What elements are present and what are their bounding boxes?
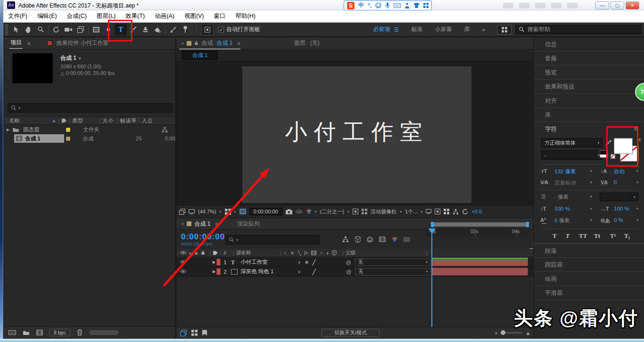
effects-switch[interactable]: ✳ [305, 259, 309, 266]
stroke-width-value[interactable]: - 像素 [554, 194, 569, 201]
kerning-value[interactable]: 度量标准 [554, 179, 576, 187]
new-composition-icon[interactable] [36, 330, 43, 335]
workspace-menu-icon[interactable]: ☰ [394, 26, 399, 33]
roto-brush-tool[interactable] [167, 24, 179, 35]
clone-stamp-tool[interactable] [139, 24, 151, 35]
layer-label-swatch[interactable] [216, 268, 221, 275]
panel-paint[interactable]: 绘画 [534, 272, 644, 286]
layer-name[interactable]: 深灰色 纯色 1 [240, 268, 297, 275]
channel-rgb-icon[interactable] [306, 209, 312, 214]
dropdown-arrow-icon[interactable]: ▼ [589, 169, 593, 173]
quality-best-switch[interactable]: ╱ [312, 259, 315, 266]
col-framerate[interactable]: 帧速率 [120, 117, 137, 124]
col-type[interactable]: 类型 [72, 117, 83, 124]
project-search-field[interactable]: ▾ [8, 103, 173, 113]
quality-switch[interactable]: ♀ [297, 269, 301, 275]
always-preview-icon[interactable] [179, 209, 185, 215]
title-bar[interactable]: Ae Adobe After Effects CC 2017 - 无标题项目.a… [3, 0, 644, 10]
quality-slash-icon[interactable]: ╲ [298, 250, 301, 256]
layer-name[interactable]: 小付工作室 [240, 259, 297, 266]
lock-icon[interactable] [194, 41, 198, 46]
breadcrumb-comp-button[interactable]: 合成 1 [182, 51, 218, 60]
solo-column-icon[interactable]: ● [195, 250, 198, 256]
frame-blending-icon[interactable] [379, 236, 386, 242]
panel-smoother[interactable]: 平滑器 [534, 286, 644, 300]
transparency-grid-icon[interactable] [362, 209, 367, 214]
expand-layer-switches-icon[interactable] [180, 330, 187, 336]
label-column-icon[interactable] [213, 251, 218, 255]
close-button[interactable]: ✕ [626, 1, 639, 9]
exposure-value[interactable]: +0.0 [471, 209, 482, 214]
toggle-switches-modes-button[interactable]: 切换开关/模式 [322, 329, 380, 337]
trash-icon[interactable] [77, 329, 83, 336]
subscript-button[interactable]: T₁ [624, 232, 630, 240]
tab-comp-1[interactable]: 合成 1 [216, 39, 232, 47]
composition-frame[interactable]: 小付工作室 [242, 66, 471, 203]
label-color-swatch[interactable] [66, 127, 71, 132]
dropdown-arrow-icon[interactable]: ▼ [636, 169, 639, 173]
rotate-tool[interactable] [50, 24, 62, 35]
tsume-value[interactable]: 0 % [614, 217, 623, 223]
menu-effect[interactable]: 效果(T) [125, 12, 145, 20]
layer-row-2[interactable]: ▶ 2 深灰色 纯色 1 ♀ ╱ @ 无▾ [176, 267, 536, 277]
quality-switch-icon[interactable]: ♀ [283, 250, 287, 256]
flowchart-icon[interactable] [162, 127, 168, 133]
ime-mode-button[interactable]: 中 [358, 1, 364, 9]
project-panel-menu-icon[interactable]: ≡ [27, 41, 30, 46]
all-caps-button[interactable]: TT [579, 232, 587, 240]
zoom-tool[interactable] [34, 24, 47, 35]
exposure-reset-icon[interactable] [462, 209, 468, 215]
pixel-aspect-icon[interactable] [435, 209, 440, 214]
layer-duration-bar[interactable] [432, 258, 528, 266]
panel-tracker[interactable]: 跟踪器 [534, 258, 644, 272]
panel-audio[interactable]: 音频 [534, 51, 644, 65]
zoom-slider-knob[interactable] [501, 330, 505, 335]
share-view-icon[interactable] [426, 209, 431, 214]
menu-composition[interactable]: 合成(C) [67, 12, 87, 20]
frame-blend-switch-icon[interactable] [311, 251, 316, 255]
work-area-start-handle[interactable] [431, 222, 434, 227]
ime-logo-icon[interactable]: S [347, 2, 355, 9]
faux-bold-button[interactable]: T [553, 232, 557, 240]
puppet-pin-tool[interactable] [179, 24, 191, 35]
quality-switch[interactable]: ♀ [297, 260, 301, 265]
expand-arrow-icon[interactable]: ▶ [7, 128, 9, 132]
panel-preview[interactable]: 预览 [534, 65, 644, 80]
snapshot-icon[interactable] [286, 209, 292, 214]
baseline-shift-value[interactable]: 0 像素 [554, 217, 570, 224]
menu-animation[interactable]: 动画(A) [155, 12, 174, 20]
checkbox-checked-icon[interactable]: ✓ [218, 27, 224, 33]
ime-skin-icon[interactable] [413, 3, 420, 8]
ime-toolbar[interactable]: S 中 °, [344, 0, 432, 10]
item-name[interactable]: 固态层 [23, 126, 59, 133]
workspace-tab-standard[interactable]: 标准 [411, 25, 422, 33]
parent-column[interactable]: 父级 [346, 250, 355, 256]
menu-help[interactable]: 帮助(H) [236, 12, 256, 20]
tab-layer-viewer[interactable]: 图层 [294, 39, 305, 47]
transfer-controls-icon[interactable] [191, 330, 198, 336]
tracking-value[interactable]: 0 [614, 179, 617, 185]
panel-align[interactable]: 对齐 [534, 94, 644, 108]
horizontal-scrollbar[interactable] [89, 330, 118, 335]
workspace-overflow-chevrons[interactable]: » [482, 26, 485, 33]
minimize-button[interactable]: — [595, 1, 609, 9]
active-camera-dropdown[interactable]: 活动摄像机 [371, 208, 396, 215]
menu-edit[interactable]: 编辑(E) [37, 12, 57, 20]
stroke-style-dropdown[interactable]: ▾ [600, 193, 638, 201]
ime-toolbox-icon[interactable] [423, 3, 429, 8]
ime-emoji-icon[interactable] [375, 2, 381, 8]
playhead-handle[interactable] [428, 228, 436, 237]
audio-column-icon[interactable]: ◐ [189, 250, 192, 256]
menu-window[interactable]: 窗口 [214, 12, 226, 20]
ime-punct-button[interactable]: °, [368, 2, 372, 9]
workspace-tab-essentials[interactable]: 必要项 [373, 25, 390, 33]
panel-library[interactable]: 库 [534, 108, 644, 122]
adjustment-switch-icon[interactable]: ◑ [326, 250, 329, 256]
region-of-interest-icon[interactable] [239, 209, 246, 214]
dropdown-arrow-icon[interactable]: ▼ [636, 180, 639, 185]
font-family-dropdown[interactable]: 方正楷体简体▾ [541, 138, 603, 147]
motion-blur-icon[interactable] [392, 236, 397, 242]
superscript-button[interactable]: T¹ [610, 232, 616, 240]
interpret-footage-icon[interactable] [8, 330, 16, 335]
tab-project[interactable]: 项目 [9, 37, 23, 49]
